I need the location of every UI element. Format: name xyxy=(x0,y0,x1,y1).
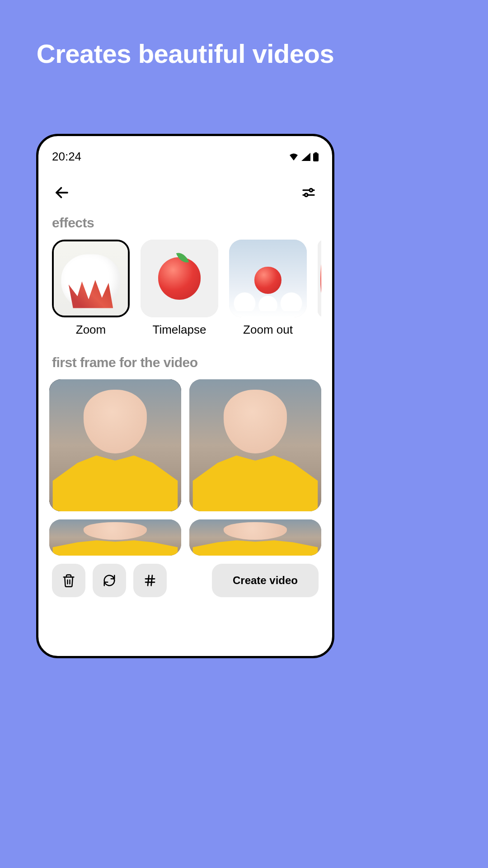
bottom-toolbar: Create video xyxy=(49,564,321,597)
back-button[interactable] xyxy=(52,183,72,203)
frame-option[interactable] xyxy=(189,379,321,511)
hashtag-button[interactable] xyxy=(133,564,167,597)
trash-icon xyxy=(62,574,75,587)
frames-grid xyxy=(49,379,321,564)
svg-point-5 xyxy=(310,189,313,192)
sliders-icon xyxy=(301,185,316,200)
effect-item-zoom-out[interactable]: Zoom out xyxy=(229,240,307,337)
frame-option[interactable] xyxy=(49,519,181,556)
hash-icon xyxy=(143,574,157,587)
effect-label: Zoom xyxy=(76,323,106,337)
svg-rect-1 xyxy=(314,152,317,154)
signal-icon xyxy=(301,153,310,161)
svg-point-6 xyxy=(305,193,308,197)
svg-rect-0 xyxy=(313,153,319,161)
effects-list[interactable]: Zoom Timelapse Zoom out xyxy=(49,240,321,337)
effect-label: Timelapse xyxy=(153,323,206,337)
app-header xyxy=(49,172,321,215)
effect-thumbnail xyxy=(141,240,218,317)
frames-section-title: first frame for the video xyxy=(49,337,321,379)
effect-thumbnail xyxy=(52,240,130,317)
refresh-button[interactable] xyxy=(93,564,126,597)
svg-line-12 xyxy=(151,576,153,586)
wifi-icon xyxy=(289,153,299,161)
frame-option[interactable] xyxy=(49,379,181,511)
phone-mockup: 20:24 effects Zoom Timelapse Zoom out xyxy=(36,134,334,658)
effect-thumbnail xyxy=(229,240,307,317)
delete-button[interactable] xyxy=(52,564,85,597)
effect-item-zoom[interactable]: Zoom xyxy=(52,240,130,337)
status-icons xyxy=(289,152,319,161)
status-bar: 20:24 xyxy=(49,150,321,172)
refresh-icon xyxy=(103,574,116,587)
effect-thumbnail xyxy=(318,240,321,317)
marketing-headline: Creates beautiful videos xyxy=(0,0,371,87)
battery-icon xyxy=(313,152,319,161)
create-video-button[interactable]: Create video xyxy=(212,564,319,597)
status-time: 20:24 xyxy=(52,150,81,164)
frame-option[interactable] xyxy=(189,519,321,556)
effect-item-more[interactable] xyxy=(318,240,321,337)
effect-item-timelapse[interactable]: Timelapse xyxy=(141,240,218,337)
arrow-left-icon xyxy=(54,184,70,201)
settings-button[interactable] xyxy=(299,183,319,203)
svg-line-11 xyxy=(148,576,149,586)
effect-label: Zoom out xyxy=(243,323,293,337)
effects-section-title: effects xyxy=(49,215,321,240)
